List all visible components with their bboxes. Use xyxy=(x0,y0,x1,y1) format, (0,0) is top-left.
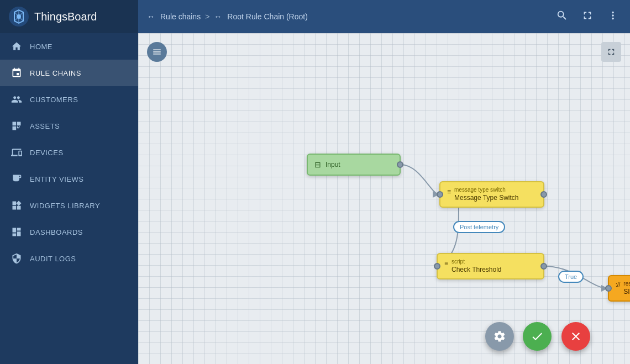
input-node-label: Input xyxy=(326,161,340,168)
settings-icon xyxy=(493,330,506,343)
close-icon xyxy=(569,330,582,343)
message-type-icon: ≡ xyxy=(447,188,451,196)
devices-icon xyxy=(11,147,22,158)
canvas-area[interactable]: ⊟ Input ≡ message type switch Message Ty… xyxy=(138,33,630,364)
sidebar-item-widgets-library[interactable]: WIDGETS LIBRARY xyxy=(0,192,138,219)
signl4-icon: :// xyxy=(616,282,620,288)
input-node-icon: ⊟ xyxy=(314,160,321,169)
more-options-button[interactable] xyxy=(605,7,621,27)
check-threshold-node[interactable]: ≡ script Check Threshold xyxy=(437,253,544,279)
entity-views-icon xyxy=(11,173,22,184)
main-content: ↔ Rule chains > ↔ Root Rule Chain (Root) xyxy=(138,0,630,364)
home-icon xyxy=(11,41,22,52)
signl4-node[interactable]: :// rest api call SIGNL4 Alert xyxy=(608,275,630,302)
sidebar-item-entity-views-label: ENTITY VIEWS xyxy=(30,175,84,183)
canvas-expand-icon xyxy=(606,47,616,57)
sidebar-item-rule-chains[interactable]: RULE CHAINS xyxy=(0,60,138,86)
search-icon xyxy=(556,9,568,22)
fullscreen-button[interactable] xyxy=(579,7,596,27)
sidebar-item-dashboards-label: DASHBOARDS xyxy=(30,228,83,236)
signl4-label: SIGNL4 Alert xyxy=(623,288,630,296)
rule-chains-breadcrumb-label: Rule chains xyxy=(160,12,201,21)
signl4-title: rest api call xyxy=(623,281,630,287)
connections-layer xyxy=(138,33,630,364)
message-type-label: Message Type Switch xyxy=(454,194,519,202)
sidebar: ThingsBoard HOME RULE CHAINS CUSTOMERS A… xyxy=(0,0,138,364)
sidebar-item-widgets-label: WIDGETS LIBRARY xyxy=(30,202,100,210)
audit-logs-icon xyxy=(11,253,22,264)
sidebar-item-rule-chains-label: RULE CHAINS xyxy=(30,69,81,77)
breadcrumb-separator: > xyxy=(205,12,209,21)
sidebar-item-dashboards[interactable]: DASHBOARDS xyxy=(0,219,138,245)
fullscreen-icon xyxy=(581,9,594,22)
check-threshold-title: script xyxy=(452,259,502,265)
signl4-port-left[interactable] xyxy=(605,285,612,292)
input-node[interactable]: ⊟ Input xyxy=(307,154,401,176)
assets-icon xyxy=(11,120,22,131)
topbar: ↔ Rule chains > ↔ Root Rule Chain (Root) xyxy=(138,0,630,33)
post-telemetry-label: Post telemetry xyxy=(453,221,505,233)
sidebar-item-entity-views[interactable]: ENTITY VIEWS xyxy=(0,166,138,192)
check-threshold-label: Check Threshold xyxy=(452,266,502,273)
rule-chains-icon xyxy=(11,67,22,78)
breadcrumb: ↔ Rule chains > ↔ Root Rule Chain (Root) xyxy=(147,12,554,21)
root-rule-chain-label: Root Rule Chain (Root) xyxy=(227,12,308,21)
cancel-fab-button[interactable] xyxy=(561,322,590,351)
sidebar-item-devices[interactable]: DEVICES xyxy=(0,139,138,166)
message-type-port-left[interactable] xyxy=(437,191,443,198)
sidebar-item-customers-label: CUSTOMERS xyxy=(30,96,78,104)
sidebar-item-customers[interactable]: CUSTOMERS xyxy=(0,86,138,113)
customers-icon xyxy=(11,94,22,105)
logo-text: ThingsBoard xyxy=(34,10,97,23)
sidebar-item-home[interactable]: HOME xyxy=(0,33,138,60)
svg-point-1 xyxy=(17,14,21,19)
check-threshold-icon: ≡ xyxy=(444,260,448,267)
breadcrumb-rule-chains[interactable]: ↔ Rule chains xyxy=(147,12,201,21)
rule-chains-breadcrumb-icon: ↔ xyxy=(147,12,155,21)
sidebar-item-assets-label: ASSETS xyxy=(30,122,60,130)
sidebar-item-audit-logs[interactable]: AUDIT LOGS xyxy=(0,245,138,272)
settings-fab-button[interactable] xyxy=(485,322,514,351)
confirm-fab-button[interactable] xyxy=(523,322,552,351)
message-type-title: message type switch xyxy=(454,187,519,193)
more-vert-icon xyxy=(607,9,619,22)
root-rule-chain-icon: ↔ xyxy=(214,12,222,21)
search-button[interactable] xyxy=(554,7,570,27)
check-threshold-port-left[interactable] xyxy=(434,263,440,270)
canvas-fullscreen-button[interactable] xyxy=(601,42,621,62)
logo-area: ThingsBoard xyxy=(0,0,138,33)
message-type-switch-node[interactable]: ≡ message type switch Message Type Switc… xyxy=(439,181,544,208)
sidebar-item-devices-label: DEVICES xyxy=(30,149,64,157)
sidebar-item-home-label: HOME xyxy=(30,43,53,51)
true-label: True xyxy=(558,271,584,283)
topbar-actions xyxy=(554,7,621,27)
breadcrumb-root-rule-chain: ↔ Root Rule Chain (Root) xyxy=(214,12,308,21)
input-node-port-right[interactable] xyxy=(397,161,403,168)
widgets-icon xyxy=(11,200,22,211)
check-icon xyxy=(531,330,544,343)
canvas-menu-button[interactable] xyxy=(147,42,167,62)
sidebar-item-assets[interactable]: ASSETS xyxy=(0,113,138,139)
dashboards-icon xyxy=(11,226,22,238)
menu-icon xyxy=(152,47,162,57)
check-threshold-port-right[interactable] xyxy=(540,263,547,270)
sidebar-item-audit-logs-label: AUDIT LOGS xyxy=(30,255,76,263)
message-type-port-right[interactable] xyxy=(540,191,547,198)
thingsboard-logo-icon xyxy=(9,7,29,27)
